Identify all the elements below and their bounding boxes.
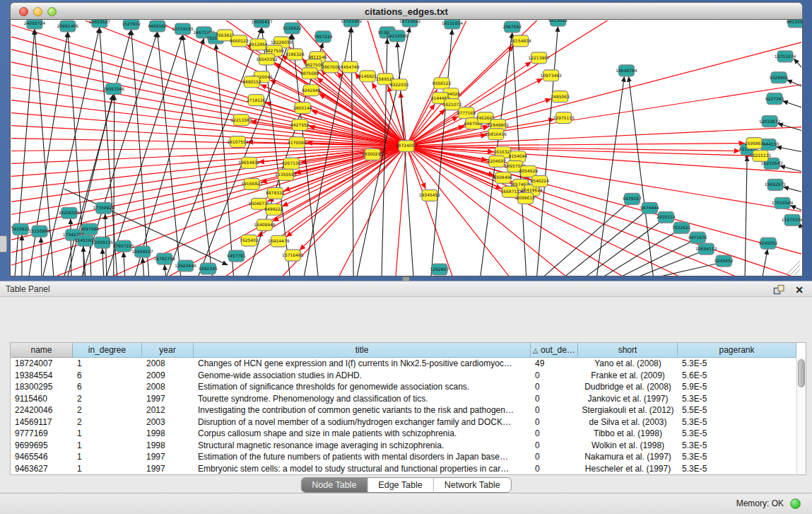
graph-node[interactable]: 19166827: [241, 178, 263, 189]
graph-node[interactable]: 1292867: [430, 264, 449, 275]
graph-node[interactable]: 8498222: [264, 204, 283, 215]
graph-node[interactable]: 9329966: [770, 72, 789, 83]
graph-node[interactable]: 9457791: [227, 250, 246, 262]
graph-node[interactable]: 8267130: [282, 158, 301, 169]
graph-node[interactable]: 17359924: [93, 202, 115, 214]
graph-node[interactable]: 8454749: [341, 62, 360, 73]
graph-node[interactable]: 8186328: [286, 49, 305, 60]
graph-node[interactable]: 8878332: [266, 187, 285, 199]
graph-node[interactable]: 16914479: [268, 235, 290, 247]
graph-node[interactable]: 8471676: [688, 232, 707, 243]
graph-node[interactable]: 9245052: [759, 238, 778, 249]
graph-node[interactable]: 9777169: [457, 107, 476, 119]
graph-node[interactable]: 13505135: [92, 237, 114, 248]
graph-node[interactable]: 16036417: [251, 20, 273, 28]
graph-node[interactable]: 8413055: [548, 20, 567, 26]
graph-node[interactable]: 8099615: [516, 192, 535, 204]
graph-node[interactable]: 9227343: [765, 93, 784, 105]
graph-node[interactable]: 9474444: [640, 202, 659, 214]
column-header-in_degree[interactable]: in_degree: [73, 343, 142, 358]
graph-node[interactable]: 9558122: [433, 78, 452, 89]
graph-node[interactable]: 19648784: [616, 65, 637, 76]
column-header-short[interactable]: short: [578, 343, 678, 358]
graph-node[interactable]: 1668711: [500, 186, 519, 197]
tab-network-table[interactable]: Network Table: [433, 478, 511, 492]
graph-node[interactable]: 16958107: [131, 246, 153, 257]
graph-node[interactable]: 8813054: [787, 20, 802, 28]
graph-node[interactable]: 4170084: [288, 137, 307, 148]
graph-node[interactable]: 9890152: [242, 76, 261, 88]
graph-node[interactable]: 9875685: [300, 68, 319, 79]
table-row[interactable]: 969969511998Structural magnetic resonanc…: [11, 440, 796, 452]
graph-node[interactable]: 7485063: [551, 91, 570, 103]
graph-node[interactable]: 16215131: [750, 150, 772, 161]
graph-node[interactable]: 18724007: [396, 141, 418, 152]
table-row[interactable]: 1872400712008Changes of HCN gene express…: [11, 358, 796, 370]
graph-node[interactable]: 12923448: [175, 260, 196, 271]
graph-node[interactable]: 18300295: [362, 148, 384, 160]
graph-node[interactable]: 1527602: [122, 20, 141, 30]
graph-node[interactable]: 12033872: [759, 116, 781, 127]
graph-node[interactable]: 29053346: [103, 83, 125, 95]
column-header-out_de[interactable]: △out_de…: [531, 343, 578, 358]
table-row[interactable]: 946362711997Embryonic stem cells: a mode…: [11, 463, 796, 475]
graph-node[interactable]: 7957224: [314, 31, 333, 42]
graph-node[interactable]: 9242848: [302, 85, 321, 96]
graph-node[interactable]: 8466160: [148, 21, 167, 32]
graph-node[interactable]: 18131054: [442, 20, 464, 29]
graph-node[interactable]: 9146821: [358, 71, 377, 82]
graph-node[interactable]: 16782759: [153, 253, 175, 264]
graph-node[interactable]: 2935114: [657, 211, 676, 223]
graph-node[interactable]: 10816416: [486, 129, 507, 140]
column-header-name[interactable]: name: [11, 343, 73, 358]
table-row[interactable]: 1456911722003Disruption of a novel membe…: [11, 416, 796, 428]
graph-node[interactable]: 10654112: [695, 243, 717, 255]
graph-node[interactable]: 19218596: [387, 30, 408, 42]
graph-node[interactable]: 15716485: [282, 250, 304, 261]
graph-node[interactable]: 10653527: [89, 20, 111, 28]
graph-node[interactable]: 10719155: [172, 23, 194, 35]
table-row[interactable]: 2242004622012Investigating the contribut…: [11, 404, 796, 416]
graph-node[interactable]: 15723022: [399, 20, 421, 27]
graph-node[interactable]: 7632621: [672, 222, 691, 233]
graph-node[interactable]: 9136822: [283, 23, 302, 34]
graph-node[interactable]: 20206505: [59, 207, 81, 218]
graph-node[interactable]: 2204697: [487, 156, 506, 167]
table-row[interactable]: 977716911998Corpus callosum shape and si…: [11, 428, 796, 440]
graph-node[interactable]: 11156889: [29, 226, 51, 237]
table-row[interactable]: 1830029562008Estimation of significance …: [11, 381, 796, 393]
graph-node[interactable]: 16543392: [256, 54, 278, 65]
graph-node[interactable]: 19654932: [238, 157, 260, 168]
table-row[interactable]: 911546021997Tourette syndrome. Phenomeno…: [11, 393, 796, 405]
graph-node[interactable]: 2087682: [502, 21, 522, 33]
scrollbar-thumb[interactable]: [798, 359, 805, 387]
graph-node[interactable]: 18107554: [227, 136, 249, 148]
graph-node[interactable]: 12975115: [553, 112, 575, 124]
graph-node[interactable]: 1595863: [745, 138, 764, 149]
table-row[interactable]: 946554611997Estimation of the future num…: [11, 451, 796, 463]
graph-node[interactable]: 19345452: [419, 189, 441, 201]
graph-node[interactable]: 9245852: [714, 255, 734, 267]
graph-node[interactable]: 6479197: [623, 193, 642, 204]
graph-node[interactable]: 12213383: [230, 115, 252, 126]
network-frame-titlebar[interactable]: citations_edges.txt: [10, 2, 803, 20]
float-panel-icon[interactable]: [773, 284, 785, 295]
column-header-title[interactable]: title: [194, 343, 531, 358]
graph-node[interactable]: 11355593: [275, 169, 297, 180]
graph-node[interactable]: 8427552: [290, 119, 310, 131]
graph-node[interactable]: 15723302: [341, 20, 363, 27]
column-header-year[interactable]: year: [142, 343, 194, 358]
graph-node[interactable]: 13751074: [775, 51, 796, 62]
graph-node[interactable]: 16409948: [254, 219, 276, 230]
graph-node[interactable]: 7625402: [240, 235, 259, 246]
graph-node[interactable]: 20691406: [57, 21, 79, 32]
graph-node[interactable]: 2718126: [247, 95, 266, 106]
graph-node[interactable]: 2867608: [322, 62, 341, 73]
tab-node-table[interactable]: Node Table: [301, 478, 367, 492]
graph-node[interactable]: 2803144: [293, 103, 312, 114]
graph-node[interactable]: 9546224: [530, 175, 549, 187]
graph-node[interactable]: 9322033: [390, 79, 409, 90]
close-panel-icon[interactable]: ✕: [795, 282, 804, 298]
graph-node[interactable]: 17016504: [772, 197, 794, 209]
graph-node[interactable]: 10973493: [540, 70, 562, 81]
